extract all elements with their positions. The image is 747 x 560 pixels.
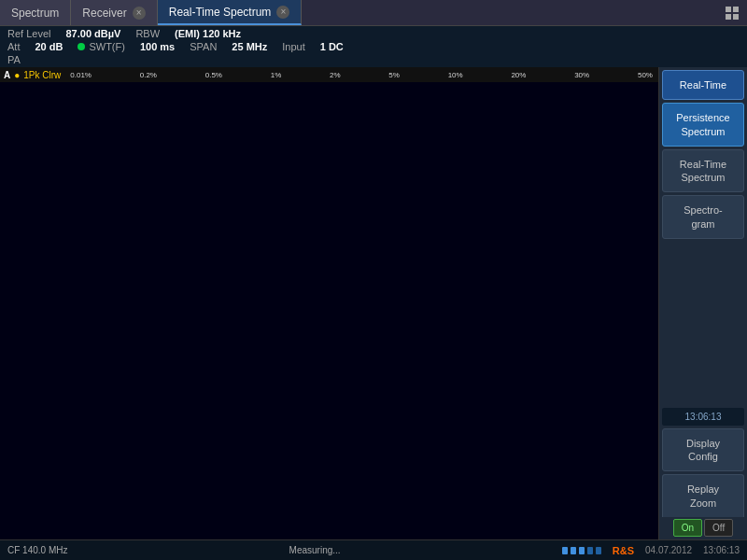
- scale-1: 0.2%: [140, 71, 157, 79]
- info-row-3: PA: [7, 54, 740, 65]
- display-config-button[interactable]: DisplayConfig: [662, 428, 744, 472]
- svg-rect-0: [726, 7, 731, 12]
- scale-2: 0.5%: [205, 71, 222, 79]
- seg-1: [562, 547, 568, 554]
- seg-5: [596, 547, 601, 554]
- tab-receiver-label: Receiver: [82, 7, 126, 20]
- tab-receiver-close[interactable]: ×: [133, 7, 146, 20]
- persistence-spectrum-button[interactable]: PersistenceSpectrum: [662, 103, 744, 147]
- right-sidebar: Real-Time PersistenceSpectrum Real-TimeS…: [658, 67, 747, 539]
- replay-zoom-on-button[interactable]: On: [673, 519, 702, 537]
- seg-2: [571, 547, 576, 554]
- seg-3: [579, 547, 585, 554]
- tab-bar: Spectrum Receiver × Real-Time Spectrum ×: [0, 0, 747, 26]
- scale-6: 10%: [448, 71, 463, 79]
- sidebar-spacer: [662, 242, 744, 405]
- info-row-1: Ref Level 87.00 dBµV RBW (EMI) 120 kHz: [7, 28, 740, 39]
- swt-value: 100 ms: [140, 41, 175, 52]
- seg-4: [587, 547, 593, 554]
- input-value: 1 DC: [320, 41, 344, 52]
- tab-realtime-close[interactable]: ×: [276, 6, 289, 19]
- tab-spectrum-label: Spectrum: [11, 7, 59, 20]
- brand-logo: R&S: [613, 545, 634, 556]
- ref-level-label: Ref Level: [7, 28, 50, 39]
- scale-7: 20%: [511, 71, 526, 79]
- att-label: Att: [7, 41, 20, 52]
- scale-container: 0.01% 0.2% 0.5% 1% 2% 5% 10% 20% 30% 50%: [68, 70, 655, 79]
- realtime-spectrum-button[interactable]: Real-TimeSpectrum: [662, 149, 744, 193]
- svg-rect-2: [726, 14, 731, 20]
- scale-4: 2%: [330, 71, 341, 79]
- tab-realtime-label: Real-Time Spectrum: [169, 6, 272, 19]
- replay-zoom-toggle: On Off: [662, 519, 744, 537]
- replay-zoom-section: ReplayZoom On Off: [662, 474, 744, 537]
- status-time: 13:06:13: [703, 545, 740, 555]
- scale-labels: 0.01% 0.2% 0.5% 1% 2% 5% 10% 20% 30% 50%: [68, 71, 655, 79]
- tab-realtime-spectrum[interactable]: Real-Time Spectrum ×: [158, 0, 303, 25]
- status-bar: CF 140.0 MHz Measuring... R&S 04.07.2012…: [0, 539, 747, 560]
- pa-label: PA: [7, 54, 21, 65]
- spectrogram-button[interactable]: Spectro-gram: [662, 195, 744, 239]
- trace-info: A ● 1Pk Clrw: [4, 70, 61, 80]
- tab-spectrum[interactable]: Spectrum: [0, 0, 71, 25]
- grid-icon: [725, 6, 740, 21]
- status-cf: CF 140.0 MHz: [7, 545, 67, 555]
- tab-receiver[interactable]: Receiver ×: [71, 0, 157, 25]
- att-value: 20 dB: [35, 41, 63, 52]
- main-area: A ● 1Pk Clrw 0.01% 0.2% 0.5% 1% 2% 5% 10…: [0, 67, 747, 539]
- svg-rect-1: [733, 7, 739, 12]
- swt-label: SWT(F): [89, 41, 124, 52]
- status-date: 04.07.2012: [645, 545, 692, 555]
- color-scale-bar: A ● 1Pk Clrw 0.01% 0.2% 0.5% 1% 2% 5% 10…: [0, 67, 658, 82]
- info-bar: Ref Level 87.00 dBµV RBW (EMI) 120 kHz A…: [0, 26, 747, 67]
- yellow-indicator: ●: [14, 70, 20, 80]
- rbw-label: RBW: [135, 28, 160, 39]
- spectrum-display[interactable]: A ● 1Pk Clrw 0.01% 0.2% 0.5% 1% 2% 5% 10…: [0, 67, 658, 539]
- scale-9: 50%: [638, 71, 653, 79]
- svg-rect-3: [733, 14, 739, 20]
- span-label: SPAN: [190, 41, 217, 52]
- status-measuring: Measuring...: [78, 545, 550, 555]
- rbw-value: (EMI) 120 kHz: [175, 28, 241, 39]
- replay-zoom-off-button[interactable]: Off: [704, 519, 733, 537]
- scale-0: 0.01%: [70, 71, 92, 79]
- replay-zoom-label: ReplayZoom: [662, 474, 744, 517]
- time-display: 13:06:13: [662, 408, 744, 426]
- channel-label: A: [4, 70, 10, 80]
- scale-8: 30%: [574, 71, 589, 79]
- scale-3: 1%: [271, 71, 282, 79]
- trace-mode: 1Pk Clrw: [23, 70, 61, 80]
- real-time-button[interactable]: Real-Time: [662, 70, 744, 100]
- span-value: 25 MHz: [232, 41, 267, 52]
- scale-5: 5%: [388, 71, 400, 79]
- swt-indicator: [78, 43, 85, 50]
- ref-level-value: 87.00 dBµV: [65, 28, 120, 39]
- info-row-2: Att 20 dB SWT(F) 100 ms SPAN 25 MHz Inpu…: [7, 41, 740, 52]
- grid-layout-button[interactable]: [717, 0, 747, 25]
- progress-segments: [562, 547, 601, 554]
- input-label: Input: [282, 41, 304, 52]
